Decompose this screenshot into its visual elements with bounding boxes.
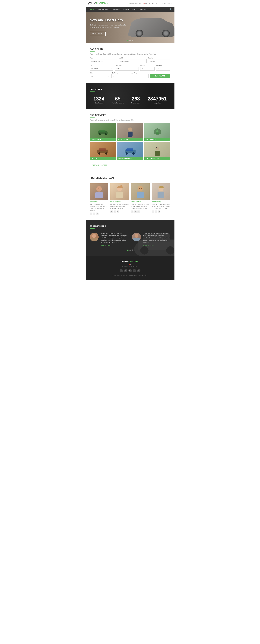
logo[interactable]: AUTOTRAIDER Finding just the car you nee… (88, 1, 108, 6)
logo-text: AUTOTRAIDER (88, 1, 108, 4)
facebook-icon[interactable]: f (110, 210, 113, 213)
service-card-car-check[interactable]: Car Check (90, 142, 116, 160)
counter-item-0: 1324 Cars for sale (93, 96, 104, 104)
footer-youtube-icon[interactable]: ▶ (133, 269, 136, 272)
team-member-martha: Martha Healy Martha is a leader in provi… (152, 183, 170, 215)
svg-point-3 (105, 133, 107, 135)
calculate-btn-group: CALCULATE (150, 74, 170, 78)
facebook-icon[interactable]: f (152, 210, 154, 213)
hero-content: New and Used Cars Explore the vast model… (90, 18, 128, 36)
testimonial-dot-2[interactable] (129, 250, 131, 251)
svg-point-31 (139, 188, 140, 189)
googleplus-icon[interactable]: g+ (117, 210, 119, 213)
max-year-input[interactable] (156, 67, 170, 70)
twitter-icon[interactable]: t (93, 212, 95, 215)
team-grid: Alan Smith Alan's rich experience includ… (90, 183, 170, 215)
svg-rect-5 (127, 132, 133, 136)
service-label-buyers-guide: Buyers Guide (117, 138, 143, 141)
service-card-car-insurance[interactable]: Car Insurance (145, 123, 170, 141)
counter-number-3: 2847951 (148, 96, 167, 102)
nav-search-button[interactable]: 🔍 (169, 8, 172, 10)
contact-phone: 📞 1-800-1234-567 (160, 3, 172, 4)
hero-dot-1[interactable] (127, 40, 128, 41)
logo-prefix: AUTO (88, 1, 96, 4)
nav: Home Vehicle Gallery ▾ Services ▾ Pages … (86, 7, 175, 12)
nav-items: Home Vehicle Gallery ▾ Services ▾ Pages … (88, 7, 149, 12)
min-price-input[interactable] (111, 74, 129, 78)
city-input[interactable] (90, 67, 113, 70)
nav-item-vehicle-gallery[interactable]: Vehicle Gallery ▾ (96, 7, 111, 12)
avatar-evelyn (90, 232, 99, 242)
hero-dot-3[interactable] (132, 40, 133, 41)
buyers-guide-img (126, 127, 134, 138)
testimonial-dot-3[interactable] (132, 250, 133, 251)
max-price-label: Max Price: (131, 72, 149, 74)
svg-point-23 (100, 188, 100, 189)
facebook-icon[interactable]: f (131, 210, 134, 213)
nav-item-services[interactable]: Services ▾ (111, 7, 121, 12)
team-socials-laura: f t g+ (110, 210, 129, 213)
email-icon: ✉ (128, 3, 130, 4)
footer-logo-icon: 🚗 (90, 264, 170, 265)
footer-googleplus-icon[interactable]: g+ (128, 269, 132, 272)
color-group: Color ▾ No (90, 72, 110, 78)
svg-point-14 (125, 152, 128, 154)
team-desc-martha: Martha is a leader in providing each of … (152, 203, 170, 210)
services-line (90, 117, 94, 118)
color-select[interactable]: No (90, 74, 110, 78)
privacy-link[interactable]: Privacy Policy (139, 274, 147, 276)
calculate-button[interactable]: CALCULATE (150, 74, 170, 78)
hero-dot-2[interactable] (129, 40, 131, 41)
twitter-icon[interactable]: t (134, 210, 137, 213)
twitter-icon[interactable]: t (113, 210, 116, 213)
service-card-buyers-guide[interactable]: Buyers Guide (117, 123, 143, 141)
counter-number-2: 268 (131, 96, 140, 102)
counter-number-0: 1324 (93, 96, 104, 102)
footer-twitter-icon[interactable]: t (124, 269, 127, 272)
testimonials-section: TESTIMONIALS I had a great experience at… (86, 220, 175, 256)
hero-desc: Explore the vast model range of new and … (90, 24, 128, 29)
svg-point-20 (96, 186, 102, 192)
twitter-icon[interactable]: t (155, 210, 157, 213)
footer-facebook-icon[interactable]: f (120, 269, 123, 272)
svg-point-2 (99, 133, 101, 135)
nav-item-home[interactable]: Home (88, 7, 96, 12)
terms-link[interactable]: Terms of Use (128, 274, 136, 276)
clock-icon: ⏰ (143, 3, 145, 4)
max-year-group: Max Year: (156, 65, 170, 70)
testimonial-dot-1[interactable] (127, 250, 128, 251)
learn-more-button[interactable]: LEARN MORE (90, 32, 106, 36)
testimonial-author-2: — Lawrence Sims (143, 244, 170, 246)
min-year-input[interactable] (140, 67, 155, 70)
svg-rect-9 (99, 148, 106, 151)
nav-item-contacts[interactable]: Contacts ▾ (139, 7, 149, 12)
country-select[interactable]: Country (148, 60, 170, 63)
googleplus-icon[interactable]: g+ (137, 210, 140, 213)
testimonials-dots (90, 250, 170, 251)
car-search-desc: Please complete and submit this form and… (90, 53, 170, 55)
counter-item-2: 268 Models we sell (131, 96, 140, 104)
make-input[interactable] (90, 60, 117, 63)
max-price-input[interactable] (131, 74, 149, 78)
service-card-warranty[interactable]: Warranty Programs (117, 142, 143, 160)
service-card-history-check[interactable]: History Check (90, 123, 116, 141)
nav-item-pages[interactable]: Pages ▾ (121, 7, 131, 12)
body-type-input[interactable] (115, 67, 139, 70)
max-year-label: Max Year: (156, 65, 170, 66)
svg-point-29 (138, 186, 143, 191)
model-input[interactable] (119, 60, 147, 63)
min-year-label: Min Year: (140, 65, 155, 66)
footer-linkedin-icon[interactable]: in (137, 269, 141, 272)
facebook-icon[interactable]: f (90, 212, 92, 215)
nav-item-blog[interactable]: Blog ▾ (131, 7, 139, 12)
footer-tagline: Finding just the car you need (90, 266, 170, 267)
contact-email: ✉ info@domain.org (128, 3, 141, 4)
googleplus-icon[interactable]: g+ (158, 210, 160, 213)
service-card-customer-support[interactable]: Customer Support (145, 142, 170, 160)
view-all-services-button[interactable]: VIEW ALL SERVICES (90, 163, 110, 167)
testimonial-item-2: I have never thought purchasing a car ca… (132, 232, 170, 246)
svg-point-7 (156, 130, 159, 132)
testimonials-title: TESTIMONIALS (90, 225, 170, 228)
min-price-group: Min Price: (111, 72, 129, 78)
googleplus-icon[interactable]: g+ (96, 212, 98, 215)
